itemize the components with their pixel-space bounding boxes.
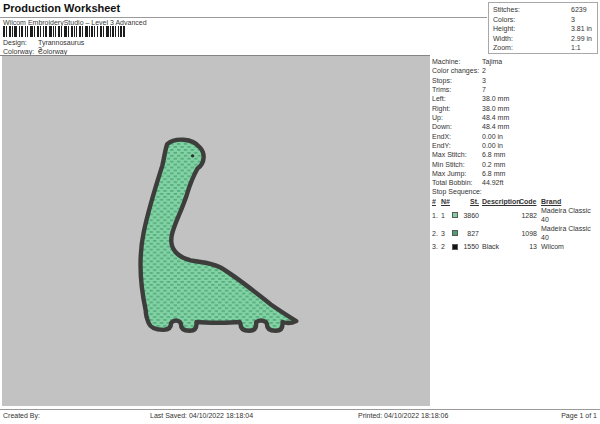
seq-stitches: 1550 — [461, 242, 479, 251]
machine-info-row: Trims: 7 — [432, 85, 598, 94]
machine-info-row: Total Bobbin: 44.92ft — [432, 178, 598, 187]
stats-value: 6239 — [571, 5, 597, 15]
stats-row: Width: 2.99 in — [493, 34, 597, 44]
machine-info-row: Stops: 3 — [432, 76, 598, 85]
machine-info-value: 0.2 mm — [482, 160, 598, 169]
machine-info-label: Total Bobbin: — [432, 178, 482, 187]
machine-info-label: Machine: — [432, 57, 482, 66]
seq-needle: 2 — [441, 242, 452, 251]
machine-info-panel: Machine: Tajima Color changes: 2 Stops: … — [432, 57, 598, 188]
seq-code: 1282 — [519, 211, 537, 220]
machine-info-row: EndY: 0.00 in — [432, 141, 598, 150]
footer-page-number: Page 1 of 1 — [561, 412, 597, 419]
design-stats-box: Stitches: 6239 Colors: 3 Height: 3.81 in… — [488, 2, 598, 54]
machine-info-row: Color changes: 2 — [432, 66, 598, 75]
page-title: Production Worksheet — [3, 2, 120, 14]
machine-info-value: 6.8 mm — [482, 150, 598, 159]
seq-code: 13 — [519, 242, 537, 251]
machine-info-row: Down: 48.4 mm — [432, 122, 598, 131]
machine-info-value: 2 — [482, 66, 598, 75]
machine-info-value: 3 — [482, 76, 598, 85]
machine-info-row: Machine: Tajima — [432, 57, 598, 66]
production-worksheet-page: { "header": { "title": "Production Works… — [0, 0, 600, 424]
title-divider — [0, 17, 487, 18]
machine-info-row: Right: 38.0 mm — [432, 104, 598, 113]
stop-sequence-title: Stop Sequence: — [432, 188, 482, 195]
machine-info-value: Tajima — [482, 57, 598, 66]
machine-info-row: Min Stitch: 0.2 mm — [432, 160, 598, 169]
machine-info-label: Down: — [432, 122, 482, 131]
stitch-preview-canvas — [2, 56, 430, 406]
machine-info-label: Right: — [432, 104, 482, 113]
col-header-n: N# — [441, 197, 452, 206]
col-header-description: Description — [482, 197, 519, 206]
stats-label: Height: — [493, 24, 571, 34]
machine-info-row: Max Jump: 6.8 mm — [432, 169, 598, 178]
col-header-brand: Brand — [541, 197, 598, 206]
machine-info-label: Stops: — [432, 76, 482, 85]
machine-info-value: 38.0 mm — [482, 94, 598, 103]
machine-info-value: 0.00 in — [482, 132, 598, 141]
stop-sequence-row: 1. 1 3860 1282 Madeira Classic 40 — [432, 206, 598, 224]
thread-color-swatch — [452, 212, 458, 218]
machine-info-row: Up: 48.4 mm — [432, 113, 598, 122]
stats-label: Width: — [493, 34, 571, 44]
machine-info-value: 7 — [482, 85, 598, 94]
stop-sequence-row: 2. 3 827 1098 Madeira Classic 40 — [432, 224, 598, 242]
seq-num: 3. — [432, 242, 441, 251]
stats-label: Stitches: — [493, 5, 571, 15]
machine-info-row: Max Stitch: 6.8 mm — [432, 150, 598, 159]
machine-info-value: 48.4 mm — [482, 113, 598, 122]
stop-sequence-row: 3. 2 1550 Black 13 Wilcom — [432, 242, 598, 251]
seq-num: 2. — [432, 229, 441, 238]
machine-info-label: Min Stitch: — [432, 160, 482, 169]
machine-info-label: Max Jump: — [432, 169, 482, 178]
stats-row: Height: 3.81 in — [493, 24, 597, 34]
stats-value: 2.99 in — [571, 34, 597, 44]
machine-info-label: Max Stitch: — [432, 150, 482, 159]
seq-brand: Madeira Classic 40 — [541, 206, 598, 224]
design-label: Design: — [3, 39, 27, 46]
footer-last-saved: Last Saved: 04/10/2022 18:18:04 — [150, 412, 253, 419]
thread-color-swatch — [452, 244, 458, 250]
brontosaurus-design-image — [132, 132, 306, 340]
stats-row: Zoom: 1:1 — [493, 43, 597, 53]
seq-code: 1098 — [519, 229, 537, 238]
dino-eye — [191, 154, 194, 157]
machine-info-value: 38.0 mm — [482, 104, 598, 113]
seq-needle: 3 — [441, 229, 452, 238]
barcode-image — [3, 26, 125, 37]
footer-created-by: Created By: — [3, 412, 40, 419]
seq-brand: Wilcom — [541, 242, 598, 251]
seq-description: Black — [482, 242, 519, 251]
stats-label: Zoom: — [493, 43, 571, 53]
seq-needle: 1 — [441, 211, 452, 220]
seq-num: 1. — [432, 211, 441, 220]
machine-info-label: Trims: — [432, 85, 482, 94]
stats-value: 1:1 — [571, 43, 597, 53]
machine-info-label: Left: — [432, 94, 482, 103]
machine-info-value: 48.4 mm — [482, 122, 598, 131]
stats-value: 3 — [571, 15, 597, 25]
machine-info-label: Up: — [432, 113, 482, 122]
col-header-num: # — [432, 197, 441, 206]
dino-body-path — [141, 140, 297, 331]
stats-row: Colors: 3 — [493, 15, 597, 25]
colorway-label: Colorway: — [3, 48, 34, 55]
thread-color-swatch — [452, 230, 458, 236]
machine-info-value: 0.00 in — [482, 141, 598, 150]
machine-info-row: EndX: 0.00 in — [432, 132, 598, 141]
col-header-st: St. — [461, 197, 479, 206]
machine-info-value: 6.8 mm — [482, 169, 598, 178]
stop-sequence-header-row: # N# St. Description Code Brand — [432, 197, 598, 206]
seq-brand: Madeira Classic 40 — [541, 224, 598, 242]
stats-value: 3.81 in — [571, 24, 597, 34]
col-header-code: Code — [519, 197, 537, 206]
stop-sequence-table: # N# St. Description Code Brand 1. 1 386… — [432, 197, 598, 251]
seq-stitches: 3860 — [461, 211, 479, 220]
machine-info-row: Left: 38.0 mm — [432, 94, 598, 103]
stats-row: Stitches: 6239 — [493, 5, 597, 15]
machine-info-label: EndY: — [432, 141, 482, 150]
app-subtitle: Wilcom EmbroideryStudio – Level 3 Advanc… — [3, 19, 147, 26]
footer-printed: Printed: 04/10/2022 18:18:06 — [358, 412, 448, 419]
